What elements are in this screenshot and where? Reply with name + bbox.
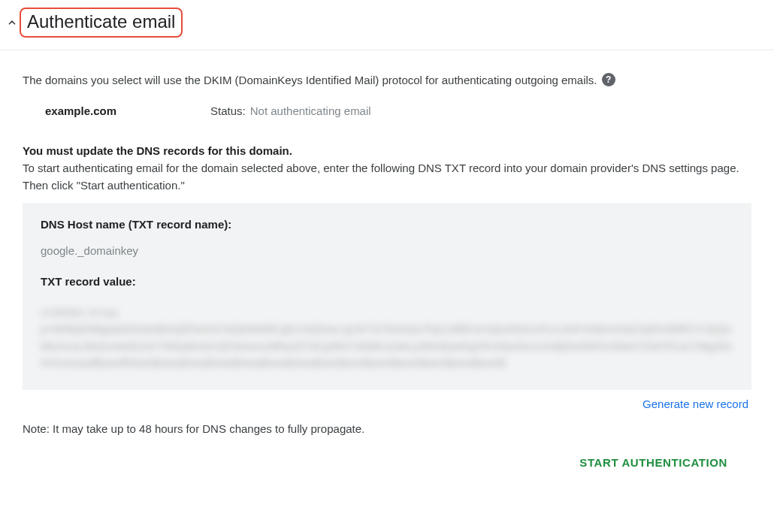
propagation-note: Note: It may take up to 48 hours for DNS… xyxy=(23,422,751,435)
dns-host-label: DNS Host name (TXT record name): xyxy=(41,218,733,231)
domain-name: example.com xyxy=(45,104,210,117)
title-highlight: Authenticate email xyxy=(20,8,183,38)
dns-record-box: DNS Host name (TXT record name): google.… xyxy=(23,203,751,390)
generate-new-record-link[interactable]: Generate new record xyxy=(642,397,748,410)
content-area: The domains you select will use the DKIM… xyxy=(0,50,774,487)
description-row: The domains you select will use the DKIM… xyxy=(23,73,751,86)
help-icon[interactable]: ? xyxy=(602,73,615,86)
status-label: Status: xyxy=(210,104,246,117)
action-row: START AUTHENTICATION xyxy=(23,450,751,481)
generate-link-row: Generate new record xyxy=(23,397,751,410)
txt-record-value-obscured: v=DKIM1; k=rsa; p=MIIBIjANBgkqhkiG9w0BAQ… xyxy=(41,304,733,372)
status-value: Not authenticating email xyxy=(250,104,371,117)
domain-status-row: example.com Status: Not authenticating e… xyxy=(23,104,751,117)
start-authentication-button[interactable]: START AUTHENTICATION xyxy=(570,450,736,475)
instructions-title: You must update the DNS records for this… xyxy=(23,144,751,157)
dns-host-value: google._domainkey xyxy=(41,244,733,257)
txt-record-label: TXT record value: xyxy=(41,275,733,288)
description-text: The domains you select will use the DKIM… xyxy=(23,74,597,86)
section-title: Authenticate email xyxy=(27,11,175,32)
chevron-up-icon xyxy=(6,17,18,29)
section-header[interactable]: Authenticate email xyxy=(0,0,774,50)
instructions-body: To start authenticating email for the do… xyxy=(23,160,751,194)
